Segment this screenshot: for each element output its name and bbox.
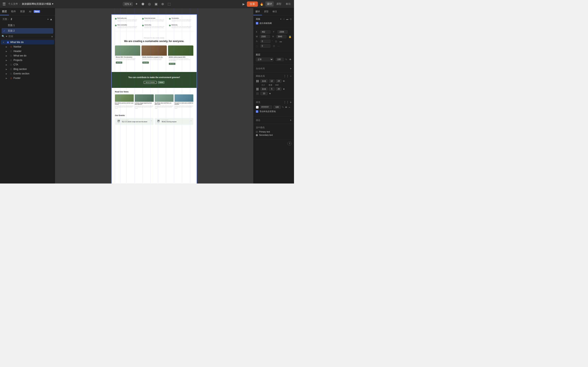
blend-mode-select[interactable]: 正常: [256, 58, 273, 61]
canvas-icon-2[interactable]: ▬: [286, 18, 288, 20]
fill-add[interactable]: +: [290, 100, 292, 104]
tab-prototype[interactable]: 原型: [275, 1, 283, 7]
tab-assets[interactable]: 资源: [18, 8, 27, 15]
y-input[interactable]: [277, 30, 288, 34]
layer-toggle-what-we-do-inner[interactable]: ▶: [6, 55, 9, 57]
stroke-add[interactable]: +: [290, 118, 292, 122]
project-card-link-3[interactable]: See more: [169, 63, 175, 65]
grid-col-auto[interactable]: [260, 79, 268, 83]
grid-num-input[interactable]: [260, 92, 268, 95]
grid-col-count[interactable]: [269, 79, 275, 83]
layer-item-what-we-do-inner[interactable]: ▶ □ What we do: [1, 53, 54, 58]
grid-row-count[interactable]: [269, 87, 275, 91]
add-page-button[interactable]: +: [47, 17, 49, 21]
secondary-color-dot[interactable]: [256, 134, 258, 136]
search-input[interactable]: [8, 35, 50, 38]
layer-toggle-cta[interactable]: ▶: [6, 64, 9, 66]
grid-col-gap[interactable]: [276, 79, 282, 83]
tool-5[interactable]: ⊕: [160, 1, 165, 7]
tool-3[interactable]: ◎: [147, 1, 152, 7]
svg-rect-2: [258, 80, 259, 82]
layer-toggle-header[interactable]: ▶: [6, 50, 9, 52]
fill-opacity-input[interactable]: [273, 105, 281, 109]
menu-icon[interactable]: ☰: [2, 1, 7, 7]
project-card-link-2[interactable]: See more: [142, 62, 149, 64]
grid-row-gap[interactable]: [276, 87, 282, 91]
h-input[interactable]: [276, 35, 286, 38]
event-minus-2[interactable]: −: [190, 120, 192, 122]
grid-col-eye[interactable]: 👁: [283, 80, 285, 82]
w-input[interactable]: [260, 35, 270, 38]
grid-layout-options[interactable]: ⋮⋮: [283, 75, 289, 78]
clip-checkbox[interactable]: ✓: [256, 22, 258, 25]
search-collapse-icon[interactable]: ▲: [51, 35, 53, 38]
layer-toggle-what-we-do[interactable]: ▼: [2, 41, 5, 43]
export-checkbox[interactable]: ✓: [256, 110, 258, 113]
layer-item-what-we-do[interactable]: ▼ ▣ What We do: [1, 40, 54, 44]
tool-4[interactable]: ▣: [153, 1, 159, 7]
tool-6[interactable]: ⬚: [166, 1, 172, 7]
tab-ai[interactable]: AI: [27, 8, 33, 15]
grid-row-auto[interactable]: [260, 87, 268, 91]
page-item-1[interactable]: 页面 1: [2, 23, 53, 28]
help-button[interactable]: ?: [287, 142, 292, 146]
fill-eye-icon[interactable]: 👁: [285, 106, 287, 108]
primary-color-dot[interactable]: [256, 131, 258, 133]
canvas-dropdown[interactable]: ▾: [280, 18, 281, 20]
tab-design[interactable]: 设计: [265, 1, 274, 7]
right-tab-prototype[interactable]: 原型: [262, 8, 270, 15]
page-item-2[interactable]: ✓ 页面 2: [2, 28, 53, 34]
collapse-pages-button[interactable]: ▲: [50, 17, 52, 21]
lock-icon[interactable]: 🔒: [288, 35, 292, 38]
avatar-icon[interactable]: 🔥: [259, 2, 264, 7]
layer-item-footer[interactable]: ▶ ◇ Footer: [1, 76, 54, 80]
layer-item-header[interactable]: ▶ □ Header: [1, 49, 54, 53]
layer-toggle-events[interactable]: ▶: [6, 73, 9, 75]
grid-row-collapse[interactable]: ▼: [283, 88, 285, 90]
breadcrumb-project[interactable]: 旅游摄影网站页面设计模版 ▾: [22, 2, 53, 6]
right-tab-annotate[interactable]: 标注: [270, 8, 279, 15]
fill-options[interactable]: ⋮⋮: [283, 100, 289, 104]
layer-toggle-footer[interactable]: ▶: [6, 77, 9, 79]
layer-item-events-section[interactable]: ▶ □ Events section: [1, 71, 54, 76]
search-dropdown[interactable]: ▾: [6, 35, 7, 38]
layer-toggle-navbar[interactable]: ▶: [6, 46, 9, 48]
grid-layout-remove[interactable]: −: [290, 75, 292, 78]
tool-1[interactable]: ✦: [134, 1, 139, 7]
layer-item-navbar[interactable]: ▶ ◇ Navbar: [1, 44, 54, 49]
layer-toggle-blog[interactable]: ▶: [6, 68, 9, 70]
blog-heading: Read Our News: [115, 91, 193, 93]
right-tab-design[interactable]: 设计: [253, 8, 262, 15]
zoom-selector[interactable]: 32% ▾: [123, 2, 133, 6]
tab-annotate[interactable]: 标注: [284, 1, 292, 7]
layer-item-blog-section[interactable]: ▶ □ Blog section: [1, 67, 54, 71]
canvas-icon-1[interactable]: □: [283, 18, 285, 20]
project-card-link-1[interactable]: See more: [116, 62, 122, 64]
rotation-input[interactable]: [260, 40, 270, 43]
tab-layers[interactable]: 图层: [0, 8, 9, 15]
feature-card-2: Protect land and water Lorem ipsum dolor…: [141, 17, 167, 22]
layer-item-projects[interactable]: ▶ □ Projects: [1, 58, 54, 62]
blog-card-1: Don't destroy greenery and don't spot sc…: [115, 94, 134, 109]
cta-donate-button[interactable]: Donate: [158, 81, 164, 84]
center-canvas[interactable]: Build healthy cities Lorem ipsum dolor s…: [55, 8, 253, 184]
layer-item-cta[interactable]: ▶ □ CTA: [1, 62, 54, 67]
share-button[interactable]: 分享: [247, 1, 258, 7]
event-minus-1[interactable]: −: [151, 120, 152, 122]
cta-volunteer-button[interactable]: Join as a volunteer: [144, 81, 156, 84]
more-options[interactable]: ···: [277, 45, 279, 48]
tab-components[interactable]: 组件: [9, 8, 18, 15]
fill-color-swatch[interactable]: [256, 106, 259, 109]
play-icon[interactable]: ▶: [242, 2, 246, 7]
opacity-eye-icon[interactable]: 👁: [289, 58, 292, 61]
fill-color-input[interactable]: [260, 105, 272, 109]
x-input[interactable]: [260, 30, 270, 34]
opacity-input[interactable]: [276, 58, 284, 61]
corner-input[interactable]: [260, 44, 270, 48]
grid-num-collapse[interactable]: ▼: [269, 92, 271, 95]
canvas-icon-3[interactable]: ⊡: [290, 18, 292, 20]
layer-toggle-projects[interactable]: ▶: [6, 59, 9, 61]
auto-layout-add[interactable]: +: [290, 67, 292, 70]
fill-minus-icon[interactable]: −: [288, 106, 290, 109]
tool-2[interactable]: ⬟: [140, 1, 146, 7]
